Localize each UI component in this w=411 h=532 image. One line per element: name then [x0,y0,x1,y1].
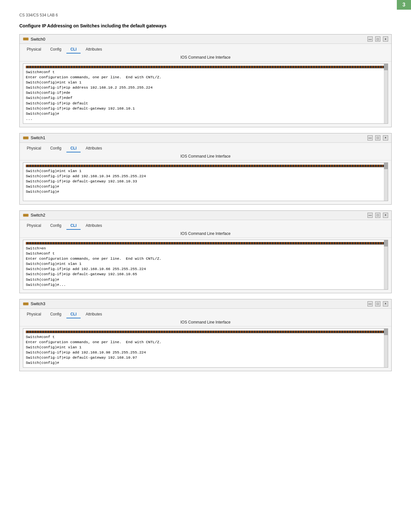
window-switch2: Switch2—□×PhysicalConfigCLIAttributesIOS… [19,210,392,293]
cli-line: Enter configuration commands, one per li… [26,75,385,80]
minimize-button-switch2[interactable]: — [367,213,373,218]
cli-line: Enter configuration commands, one per li… [26,256,385,261]
titlebar-switch1: Switch1—□× [20,133,391,143]
close-button-switch2[interactable]: × [383,213,388,218]
led-bar-switch2 [26,242,385,245]
scrollbar-switch2[interactable] [384,240,388,289]
cli-line: Switch#conf t [26,334,385,340]
svg-point-22 [26,304,26,304]
svg-point-17 [27,215,27,216]
svg-point-2 [24,39,24,39]
tab-physical-switch0[interactable]: Physical [23,46,45,53]
restore-button-switch0[interactable]: □ [375,36,380,42]
tab-cli-switch3[interactable]: CLI [66,311,80,318]
ios-label-switch2: IOS Command Line Interface [20,230,391,238]
scrollbar-switch3[interactable] [384,329,388,368]
cli-line: Switch(config-if)#ip default-gateway 192… [26,179,385,184]
window-title-switch1: Switch1 [31,135,45,140]
scroll-thumb-switch3[interactable] [384,329,388,335]
svg-point-9 [25,138,25,138]
minimize-button-switch1[interactable]: — [367,135,373,140]
svg-point-16 [26,215,26,216]
tab-physical-switch1[interactable]: Physical [23,145,45,152]
tab-cli-switch2[interactable]: CLI [66,222,80,230]
tab-cli-switch0[interactable]: CLI [66,46,80,53]
switch-icon [23,212,29,218]
cli-line: Switch(config)#int vlan 1 [26,80,385,85]
svg-point-8 [24,138,24,138]
cli-line: Switch(config)# [26,277,385,282]
cli-line: Switch(config-if)#ip default-gateway 192… [26,106,385,111]
tab-cli-switch1[interactable]: CLI [66,145,80,152]
svg-point-20 [24,304,24,304]
cli-terminal-switch2[interactable]: Switch>enSwitch#conf tEnter configuratio… [23,240,388,290]
svg-point-11 [27,138,27,138]
cli-line: Switch(config-if)#ip default-gateway 192… [26,355,385,360]
svg-point-5 [27,39,27,39]
restore-button-switch2[interactable]: □ [375,213,380,218]
tab-attributes-switch3[interactable]: Attributes [82,311,106,318]
tab-config-switch0[interactable]: Config [46,46,65,53]
svg-point-21 [25,304,25,304]
close-button-switch3[interactable]: × [383,301,388,306]
cli-line: Switch(config)#... [26,282,385,287]
svg-point-14 [24,215,24,216]
scroll-thumb-switch2[interactable] [384,240,388,247]
switch-icon [23,301,29,307]
cli-line: Switch#conf t [26,251,385,256]
cli-terminal-switch1[interactable]: Switch(config)#int vlan 1Switch(config-i… [23,162,388,201]
tab-physical-switch2[interactable]: Physical [23,222,45,230]
restore-button-switch1[interactable]: □ [375,135,380,140]
switch-icon [23,36,29,42]
tab-config-switch1[interactable]: Config [46,145,65,152]
close-button-switch1[interactable]: × [383,135,388,140]
cli-line: Switch(config)#int vlan 1 [26,169,385,174]
tab-attributes-switch2[interactable]: Attributes [82,222,106,230]
window-switch0: Switch0—□×PhysicalConfigCLIAttributesIOS… [19,34,392,127]
cli-line: Switch(config-if)#de [26,90,385,95]
close-button-switch0[interactable]: × [383,36,388,42]
window-switch3: Switch3—□×PhysicalConfigCLIAttributesIOS… [19,299,392,372]
scrollbar-switch1[interactable] [384,163,388,201]
cli-terminal-switch0[interactable]: Switch#conf tEnter configuration command… [23,63,388,124]
cli-line: Switch(config-if)#ip add 192.168.10.98 2… [26,350,385,355]
cli-terminal-switch3[interactable]: Switch#conf tEnter configuration command… [23,328,388,368]
cli-line: Switch#conf t [26,70,385,75]
cli-line: Switch(config-if)#ip add 192.168.10.66 2… [26,266,385,272]
cli-line: Switch(config)# [26,111,385,116]
section-title: Configure IP Addressing on Switches incl… [19,23,392,28]
led-bar-switch1 [26,165,385,167]
cli-line: ... [26,116,385,121]
tabs-switch3: PhysicalConfigCLIAttributes [20,309,391,318]
page-header: CS 334/CS 534 LAB 6 [19,13,392,17]
cli-line: Switch(config)# [26,189,385,194]
titlebar-switch2: Switch2—□× [20,211,391,220]
minimize-button-switch3[interactable]: — [367,301,373,306]
restore-button-switch3[interactable]: □ [375,301,380,306]
ios-label-switch1: IOS Command Line Interface [20,152,391,160]
led-bar-switch0 [26,66,385,68]
svg-point-3 [25,39,25,39]
cli-line: Switch(config-if)#ip default [26,101,385,106]
ios-label-switch3: IOS Command Line Interface [20,318,391,326]
cli-line: Switch(config-if)#ip add 192.168.10.34 2… [26,174,385,179]
titlebar-switch0: Switch0—□× [20,34,391,44]
tab-attributes-switch0[interactable]: Attributes [82,46,106,53]
cli-line: Switch(config-if)#def [26,95,385,101]
led-bar-switch3 [26,331,385,333]
cli-line: Switch(config)#int vlan 1 [26,345,385,350]
tab-config-switch2[interactable]: Config [46,222,65,230]
svg-point-10 [26,138,26,138]
page-number: 3 [397,0,411,10]
scroll-thumb-switch1[interactable] [384,163,388,169]
scroll-thumb-switch0[interactable] [384,64,388,70]
cli-line: Enter configuration commands, one per li… [26,340,385,345]
switch-icon [23,135,29,141]
tab-config-switch3[interactable]: Config [46,311,65,318]
tab-physical-switch3[interactable]: Physical [23,311,45,318]
minimize-button-switch0[interactable]: — [367,36,373,42]
svg-point-4 [26,39,26,39]
scrollbar-switch0[interactable] [384,64,388,123]
ios-label-switch0: IOS Command Line Interface [20,53,391,62]
tab-attributes-switch1[interactable]: Attributes [82,145,106,152]
